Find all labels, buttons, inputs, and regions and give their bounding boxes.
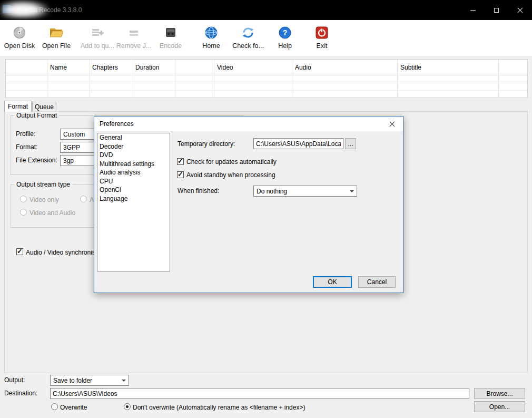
column-divider (292, 60, 292, 98)
toolbar-button-label: Home (196, 42, 226, 50)
profile-value: Custom (63, 131, 85, 138)
job-list-table[interactable]: Name Chapters Duration Video Audio Subti… (5, 59, 528, 98)
prefs-category-list[interactable]: General Decoder DVD Multithread settings… (97, 133, 170, 271)
column-divider (47, 60, 47, 98)
toolbar: Open Disk Open File Add to qu... Remove … (0, 20, 532, 57)
dont-overwrite-radio[interactable] (124, 403, 131, 410)
check-updates-checkbox[interactable] (177, 158, 184, 165)
dialog-close-button[interactable] (384, 116, 400, 131)
close-icon (389, 121, 395, 127)
header-divider (6, 75, 527, 75)
toolbar-button-label: Check fo... (231, 42, 265, 50)
minimize-icon (470, 10, 476, 11)
prefs-category-dvd[interactable]: DVD (97, 151, 170, 160)
video-only-label: Video only (29, 196, 59, 203)
column-divider (214, 60, 214, 98)
dont-overwrite-label: Don't overwrite (Automatically rename as… (133, 404, 305, 411)
toolbar-button-label: Help (272, 42, 298, 50)
column-header-name[interactable]: Name (50, 64, 67, 71)
column-divider (397, 60, 398, 98)
titlebar: XMedia Recode 3.3.8.0 (0, 0, 532, 20)
refresh-arrows-icon (231, 24, 265, 41)
prefs-category-cpu[interactable]: CPU (97, 177, 170, 186)
column-header-chapters[interactable]: Chapters (92, 64, 118, 71)
column-divider (498, 60, 499, 98)
audio-only-radio (80, 196, 87, 202)
temp-dir-browse-button[interactable]: ... (345, 138, 356, 149)
tab-queue-label: Queue (35, 103, 54, 111)
toolbar-button-label: Remove J... (115, 42, 153, 50)
when-finished-value: Do nothing (257, 188, 287, 195)
destination-label: Destination: (4, 390, 37, 397)
toolbar-button-label: Open Disk (1, 42, 38, 50)
browse-button[interactable]: Browse... (474, 388, 525, 399)
temp-dir-input[interactable] (253, 138, 343, 149)
prefs-category-audio-analysis[interactable]: Audio analysis (97, 168, 170, 177)
disc-icon (1, 24, 38, 41)
app-window: XMedia Recode 3.3.8.0 Open Disk Open Fil… (0, 0, 532, 418)
close-icon (517, 7, 523, 13)
maximize-icon (494, 8, 499, 13)
tab-queue[interactable]: Queue (32, 102, 56, 112)
format-label: Format: (16, 143, 37, 151)
cancel-button-label: Cancel (367, 278, 387, 286)
folder-icon (39, 24, 74, 41)
output-mode-value: Save to folder (53, 377, 92, 384)
help-button[interactable]: ? Help (272, 24, 298, 54)
destination-input[interactable] (50, 388, 469, 399)
prefs-category-decoder[interactable]: Decoder (97, 142, 170, 151)
row-divider (6, 83, 527, 83)
remove-job-button: Remove J... (115, 24, 153, 54)
avoid-standby-checkbox[interactable] (177, 171, 184, 178)
encode-button: Encode (155, 24, 186, 54)
svg-text:?: ? (283, 28, 288, 37)
ok-button-label: OK (328, 278, 337, 286)
ok-button[interactable]: OK (313, 276, 352, 288)
add-to-queue-button: Add to qu... (79, 24, 116, 54)
file-extension-label: File Extension: (16, 157, 57, 164)
av-sync-checkbox[interactable] (16, 248, 23, 255)
file-extension-value: 3gp (63, 157, 74, 164)
format-value: 3GPP (63, 144, 80, 151)
when-finished-label: When finished: (178, 187, 219, 195)
home-button[interactable]: Home (196, 24, 226, 54)
close-button[interactable] (508, 0, 532, 20)
encode-icon (155, 24, 186, 41)
toolbar-button-label: Add to qu... (79, 42, 116, 50)
maximize-button[interactable] (485, 0, 508, 20)
prefs-category-multithread[interactable]: Multithread settings (97, 160, 170, 169)
open-file-button[interactable]: Open File (39, 24, 74, 54)
column-header-video[interactable]: Video (217, 64, 233, 71)
overwrite-radio[interactable] (51, 403, 58, 410)
prefs-category-opencl[interactable]: OpenCl (97, 186, 170, 195)
column-header-duration[interactable]: Duration (135, 64, 159, 71)
row-divider (6, 90, 527, 91)
tab-format[interactable]: Format (4, 101, 32, 112)
prefs-category-general[interactable]: General (97, 133, 170, 142)
open-button[interactable]: Open... (474, 401, 525, 412)
browse-button-label: Browse... (486, 390, 513, 397)
preferences-dialog: Preferences General Decoder DVD Multithr… (94, 116, 403, 293)
tab-format-label: Format (8, 103, 28, 110)
minimize-button[interactable] (461, 0, 485, 20)
help-question-icon: ? (272, 24, 298, 41)
column-header-subtitle[interactable]: Subtitle (400, 64, 421, 71)
column-divider (90, 60, 90, 98)
avoid-standby-label: Avoid standby when processing (186, 171, 275, 179)
blurred-region (1, 0, 50, 18)
video-and-audio-label: Video and Audio (29, 209, 75, 217)
exit-button[interactable]: Exit (308, 24, 336, 54)
when-finished-select[interactable]: Do nothing (253, 186, 357, 197)
video-and-audio-radio (20, 209, 27, 216)
prefs-category-language[interactable]: Language (97, 195, 170, 203)
output-mode-select[interactable]: Save to folder (50, 375, 129, 386)
check-updates-button[interactable]: Check fo... (231, 24, 265, 54)
toolbar-button-label: Encode (155, 42, 186, 50)
temp-dir-label: Temporary directory: (178, 140, 235, 148)
cancel-button[interactable]: Cancel (358, 276, 396, 288)
stream-type-group-label: Output stream type (14, 181, 72, 188)
open-disk-button[interactable]: Open Disk (1, 24, 38, 54)
output-format-group-label: Output Format (14, 112, 59, 119)
column-header-audio[interactable]: Audio (295, 64, 311, 71)
check-updates-label: Check for updates automatically (186, 158, 277, 166)
